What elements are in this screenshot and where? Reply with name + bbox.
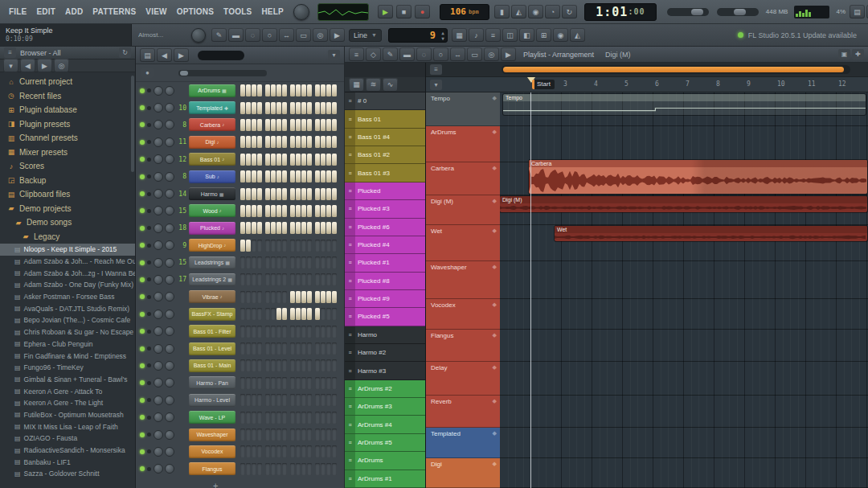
playback-tool-icon[interactable]: ▶	[501, 47, 516, 61]
step-cell[interactable]	[307, 154, 312, 166]
channel-volume-knob[interactable]	[165, 154, 174, 164]
step-cell[interactable]	[301, 377, 306, 389]
mixer-icon[interactable]: ◫	[502, 28, 518, 42]
channel-button[interactable]: Leadstrings▦	[189, 256, 235, 269]
channel-button[interactable]: Wood♪	[189, 204, 235, 217]
step-cell[interactable]	[246, 429, 251, 441]
step-cell[interactable]	[332, 188, 337, 200]
browser-forward-icon[interactable]: ▶	[37, 59, 52, 72]
snap-selector[interactable]: Line▼	[349, 29, 382, 42]
step-cell[interactable]	[332, 429, 337, 441]
step-cell[interactable]	[246, 205, 251, 217]
step-cell[interactable]	[252, 445, 256, 457]
track-header-carbera[interactable]: Carbera◆	[426, 162, 500, 195]
browser-file[interactable]: ▤Asker Postman - Forsee Bass	[0, 291, 135, 303]
step-cell[interactable]	[240, 188, 245, 200]
channel-button[interactable]: Plucked♪	[189, 222, 235, 235]
slip-tool-icon[interactable]: ↔	[279, 28, 294, 42]
picker-clip[interactable]: ≡ArDrums	[345, 452, 425, 470]
step-cell[interactable]	[282, 463, 287, 475]
step-cell[interactable]	[301, 429, 306, 441]
channel-pan-knob[interactable]	[154, 275, 163, 285]
step-cell[interactable]	[265, 342, 270, 355]
step-cell[interactable]	[296, 256, 301, 269]
playlist-clip-carbera[interactable]: Carbera	[529, 160, 867, 194]
step-cell[interactable]	[276, 154, 281, 166]
step-cell[interactable]	[282, 222, 287, 234]
browser-file[interactable]: ▤Keeron A Gere - Attack To	[0, 385, 135, 397]
step-cell[interactable]	[321, 463, 326, 475]
step-cell[interactable]	[321, 84, 326, 96]
channel-select-led[interactable]	[147, 174, 151, 178]
track-header-delay[interactable]: Delay◆	[426, 362, 500, 396]
step-cell[interactable]	[257, 240, 262, 252]
browser-folder-mixer-presets[interactable]: ▦Mixer presets	[0, 146, 135, 160]
channel-volume-knob[interactable]	[165, 292, 174, 301]
browser-file[interactable]: ▤AvaQuals - DAT.JTL Studio Remix)	[0, 302, 135, 314]
step-cell[interactable]	[282, 256, 287, 269]
channel-button[interactable]: BassFX - Stamp	[189, 308, 235, 321]
channel-select-led[interactable]	[147, 312, 151, 316]
master-volume-slider[interactable]	[667, 8, 709, 16]
browser-file[interactable]: ▤Fin Gadfinare & Mind - Emptiness	[0, 350, 135, 362]
step-cell[interactable]	[321, 256, 326, 269]
step-cell[interactable]	[246, 377, 251, 389]
step-cell[interactable]	[296, 359, 301, 371]
paint-tool-icon[interactable]: ▬	[399, 47, 415, 61]
step-cell[interactable]	[276, 463, 281, 475]
step-cell[interactable]	[326, 256, 331, 269]
step-cell[interactable]	[290, 188, 295, 200]
step-cell[interactable]	[257, 136, 262, 148]
step-cell[interactable]	[326, 205, 331, 217]
step-cell[interactable]	[332, 291, 337, 303]
step-cell[interactable]	[265, 463, 270, 475]
picker-clip[interactable]: ≡Plucked #1	[345, 254, 425, 272]
step-cell[interactable]	[265, 429, 270, 441]
step-cell[interactable]	[290, 273, 295, 285]
step-cell[interactable]	[257, 291, 262, 303]
step-cell[interactable]	[332, 136, 337, 148]
channel-select-led[interactable]	[147, 209, 151, 213]
channel-volume-knob[interactable]	[165, 206, 174, 215]
step-cell[interactable]	[252, 463, 256, 475]
step-cell[interactable]	[265, 394, 270, 406]
step-cell[interactable]	[301, 102, 306, 114]
step-cell[interactable]	[240, 445, 245, 457]
track-header-ardrums[interactable]: ArDrums◆	[426, 126, 500, 162]
step-cell[interactable]	[307, 445, 312, 457]
step-cell[interactable]	[252, 136, 256, 148]
step-cell[interactable]	[282, 119, 287, 131]
step-cell[interactable]	[265, 359, 270, 371]
step-cell[interactable]	[315, 394, 320, 406]
step-cell[interactable]	[326, 222, 331, 234]
track-header-digi[interactable]: Digi◆	[426, 458, 500, 488]
browser-folder-backup[interactable]: ◲Backup	[0, 174, 135, 188]
channel-select-led[interactable]	[147, 449, 151, 453]
step-cell[interactable]	[252, 222, 256, 234]
step-cell[interactable]	[290, 326, 295, 338]
step-cell[interactable]	[315, 273, 320, 285]
step-cell[interactable]	[321, 102, 326, 114]
step-cell[interactable]	[307, 273, 312, 285]
step-cell[interactable]	[252, 102, 256, 114]
step-cell[interactable]	[257, 84, 262, 96]
step-cell[interactable]	[252, 359, 256, 371]
menu-file[interactable]: FILE	[4, 7, 31, 16]
step-cell[interactable]	[307, 136, 312, 148]
picker-clip[interactable]: ≡Plucked #8	[345, 273, 425, 290]
step-cell[interactable]	[246, 412, 251, 424]
picker-clip[interactable]: ≡Harmo #3	[345, 362, 425, 379]
channel-enable-led[interactable]	[140, 88, 145, 93]
browser-folder-clipboard-files[interactable]: ▤Clipboard files	[0, 187, 135, 202]
menu-tools[interactable]: TOOLS	[219, 7, 256, 16]
step-cell[interactable]	[296, 119, 301, 131]
step-cell[interactable]	[257, 102, 262, 114]
step-cell[interactable]	[271, 136, 276, 148]
step-cell[interactable]	[282, 205, 287, 217]
step-cell[interactable]	[240, 240, 245, 252]
browser-search-icon[interactable]: ◎	[54, 59, 69, 72]
channel-volume-knob[interactable]	[165, 258, 174, 268]
channel-volume-knob[interactable]	[165, 447, 174, 457]
step-cell[interactable]	[332, 326, 337, 338]
step-cell[interactable]	[276, 429, 281, 441]
